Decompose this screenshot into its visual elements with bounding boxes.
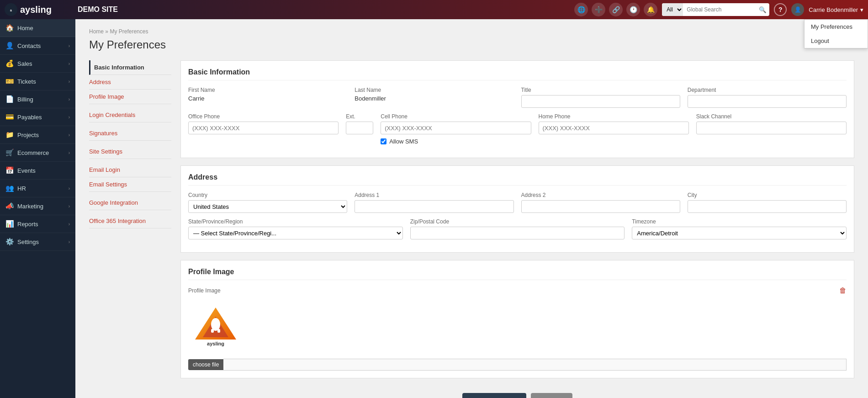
department-label: Department <box>688 87 847 93</box>
address2-input[interactable] <box>521 200 680 213</box>
sidebar-label-projects: Projects <box>17 132 65 138</box>
dropdown-my-preferences[interactable]: My Preferences <box>804 20 868 34</box>
bell-icon-btn[interactable]: 🔔 <box>644 3 657 16</box>
city-input[interactable] <box>688 200 847 213</box>
left-nav-login-credentials[interactable]: Login Credentials <box>89 108 171 122</box>
globe-icon-btn[interactable]: 🌐 <box>574 3 588 16</box>
zip-label: Zip/Postal Code <box>410 218 625 225</box>
user-name: Carrie Bodenmiller <box>809 6 858 13</box>
chevron-right-icon: › <box>69 61 70 66</box>
file-input-row: choose file <box>188 359 847 371</box>
content-area: Home » My Preferences My Preferences Bas… <box>75 19 868 398</box>
breadcrumb: Home » My Preferences <box>89 28 854 35</box>
home-phone-input[interactable] <box>539 122 689 134</box>
clock-icon-btn[interactable]: 🕐 <box>626 3 640 16</box>
allow-sms-checkbox[interactable] <box>381 138 386 144</box>
address-title: Address <box>188 173 847 186</box>
delete-image-button[interactable]: 🗑 <box>839 287 847 295</box>
left-nav-office365-integration[interactable]: Office 365 Integration <box>89 214 171 228</box>
last-name-label: Last Name <box>355 87 513 93</box>
department-input[interactable] <box>688 95 847 108</box>
user-menu-button[interactable]: Carrie Bodenmiller ▾ <box>809 6 863 13</box>
ecommerce-icon: 🛒 <box>5 149 14 157</box>
title-label: Title <box>521 87 680 93</box>
allow-sms-row: Allow SMS <box>381 138 531 145</box>
address-row1: Country United States Canada United King… <box>188 192 847 213</box>
left-nav-address[interactable]: Address <box>89 75 171 90</box>
last-name-group: Last Name Bodenmiller <box>355 87 513 108</box>
sidebar-item-hr[interactable]: 👥 HR › <box>0 180 75 197</box>
sidebar-item-home[interactable]: 🏠 Home <box>0 19 75 37</box>
chevron-right-icon: › <box>69 150 70 155</box>
sidebar-item-projects[interactable]: 📁 Projects › <box>0 126 75 144</box>
ext-label: Ext. <box>346 113 373 120</box>
zip-input[interactable] <box>410 227 625 239</box>
dropdown-logout[interactable]: Logout <box>804 34 868 48</box>
sidebar-item-ecommerce[interactable]: 🛒 Ecommerce › <box>0 144 75 162</box>
home-phone-label: Home Phone <box>539 113 689 120</box>
plus-icon-btn[interactable]: ➕ <box>592 3 605 16</box>
sidebar-item-reports[interactable]: 📊 Reports › <box>0 215 75 233</box>
title-input[interactable] <box>521 95 680 108</box>
state-select[interactable]: — Select State/Province/Regi... <box>188 227 403 239</box>
sidebar-label-payables: Payables <box>17 114 65 121</box>
sidebar-label-settings: Settings <box>17 239 65 245</box>
slack-channel-label: Slack Channel <box>696 113 847 120</box>
address2-group: Address 2 <box>521 192 680 213</box>
user-menu-chevron: ▾ <box>860 6 863 13</box>
allow-sms-label: Allow SMS <box>389 138 418 145</box>
form-area: Basic Information First Name Carrie Last… <box>180 60 854 398</box>
left-nav-email-settings[interactable]: Email Settings <box>89 177 171 192</box>
left-nav-signatures[interactable]: Signatures <box>89 126 171 141</box>
left-nav-site-settings[interactable]: Site Settings <box>89 144 171 159</box>
address1-label: Address 1 <box>355 192 513 198</box>
left-nav: Basic Information Address Profile Image … <box>89 60 171 398</box>
aysling-logo-icon: a <box>5 3 17 16</box>
left-nav-google-integration[interactable]: Google Integration <box>89 196 171 210</box>
cell-phone-input[interactable] <box>381 122 531 134</box>
timezone-select[interactable]: America/Detroit America/New_York America… <box>632 227 847 239</box>
sidebar-label-billing: Billing <box>17 96 65 103</box>
cancel-button[interactable]: Cancel <box>531 393 573 398</box>
breadcrumb-home[interactable]: Home <box>89 28 104 35</box>
sidebar-item-sales[interactable]: 💰 Sales › <box>0 55 75 73</box>
country-select[interactable]: United States Canada United Kingdom Aust… <box>188 200 347 213</box>
svg-text:a: a <box>10 9 12 12</box>
breadcrumb-separator: » <box>105 28 108 35</box>
office-phone-input[interactable] <box>188 122 339 134</box>
sidebar-item-billing[interactable]: 📄 Billing › <box>0 90 75 108</box>
search-button[interactable]: 🔍 <box>756 6 769 13</box>
svg-rect-7 <box>217 329 220 333</box>
state-group: State/Province/Region — Select State/Pro… <box>188 218 403 239</box>
search-type-select[interactable]: All <box>662 3 683 16</box>
sidebar-label-sales: Sales <box>17 60 65 67</box>
left-nav-email-login[interactable]: Email Login <box>89 163 171 177</box>
profile-img-label-row: Profile Image 🗑 <box>188 287 847 295</box>
save-changes-button[interactable]: Save Changes <box>462 393 526 398</box>
avatar: 👤 <box>791 3 804 16</box>
timezone-label: Timezone <box>632 218 847 225</box>
choose-file-button[interactable]: choose file <box>188 359 223 370</box>
first-name-group: First Name Carrie <box>188 87 347 108</box>
chevron-right-icon: › <box>69 43 70 48</box>
logo: a aysling <box>5 3 69 16</box>
sidebar-item-tickets[interactable]: 🎫 Tickets › <box>0 73 75 90</box>
file-name-display <box>223 359 847 371</box>
left-nav-profile-image[interactable]: Profile Image <box>89 90 171 104</box>
search-input[interactable] <box>683 3 756 16</box>
sidebar-item-settings[interactable]: ⚙️ Settings › <box>0 233 75 251</box>
contacts-icon: 👤 <box>5 42 14 50</box>
help-button[interactable]: ? <box>774 3 787 16</box>
slack-channel-input[interactable] <box>696 122 847 134</box>
sidebar-item-contacts[interactable]: 👤 Contacts › <box>0 37 75 55</box>
top-nav: a aysling DEMO SITE 🌐 ➕ 🔗 🕐 🔔 All 🔍 ? 👤 … <box>0 0 868 19</box>
ext-input[interactable] <box>346 122 373 134</box>
sidebar-item-payables[interactable]: 💳 Payables › <box>0 108 75 126</box>
sidebar-item-marketing[interactable]: 📣 Marketing › <box>0 197 75 215</box>
sidebar-item-events[interactable]: 📅 Events <box>0 162 75 180</box>
address1-input[interactable] <box>355 200 513 213</box>
link-icon-btn[interactable]: 🔗 <box>609 3 623 16</box>
content-inner: Basic Information Address Profile Image … <box>89 60 854 398</box>
top-nav-icons: 🌐 ➕ 🔗 🕐 🔔 <box>574 3 657 16</box>
left-nav-basic-information[interactable]: Basic Information <box>89 60 171 75</box>
